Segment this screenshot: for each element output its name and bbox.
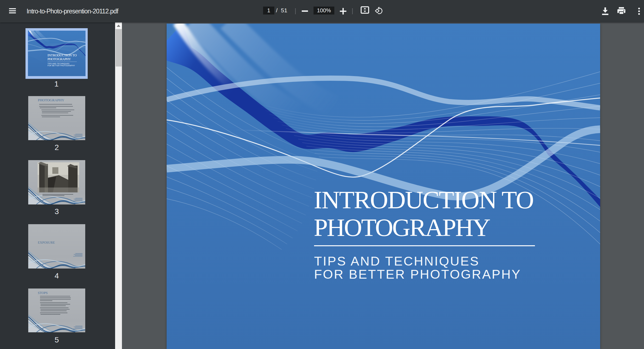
svg-text:EXPOSURE: EXPOSURE — [38, 241, 55, 244]
svg-text:PHOTOGRAPHY: PHOTOGRAPHY — [38, 98, 64, 102]
svg-text:STOPS: STOPS — [38, 291, 48, 295]
